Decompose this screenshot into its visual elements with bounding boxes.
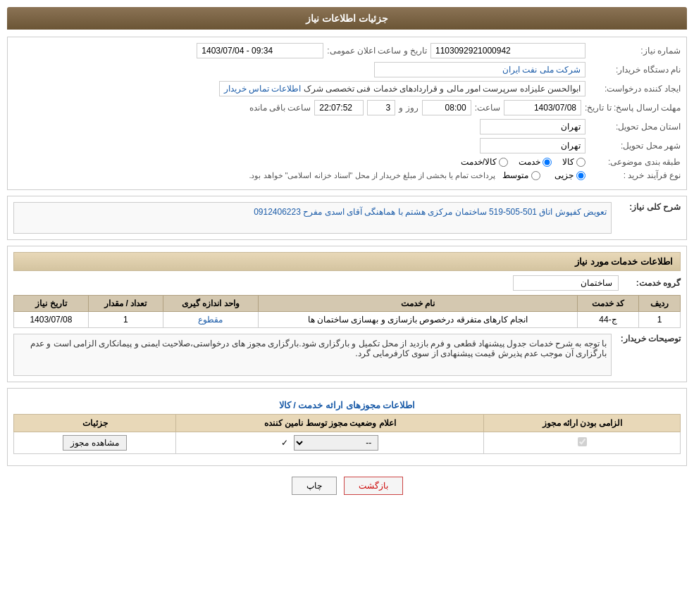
needs-section: شرح کلی نیاز: تعویض کفپوش اتاق 501-505-5… [7, 196, 687, 240]
hours-remaining-label: ساعت باقی مانده [249, 103, 311, 113]
permit-status-select[interactable]: -- [294, 435, 378, 451]
service-table: ردیف کد خدمت نام خدمت واحد اندازه گیری ت… [13, 295, 681, 328]
province-label: استان محل تحویل: [589, 122, 681, 132]
process-options-row: جزیی متوسط پرداخت تمام یا بخشی از مبلغ خ… [249, 170, 585, 180]
time-value: 08:00 [422, 100, 471, 115]
category-goods-label: کالا [562, 157, 574, 167]
process-partial-label: جزیی [554, 170, 574, 180]
needs-description: تعویض کفپوش اتاق 501-505-519 ساختمان مرک… [13, 202, 612, 234]
cell-service-name: انجام کارهای متفرقه درخصوص بازسازی و بهس… [259, 312, 578, 328]
category-goods-service-radio[interactable] [499, 158, 508, 167]
col-date: تاریخ نیاز [14, 296, 89, 312]
page-title: جزئیات اطلاعات نیاز [306, 13, 388, 24]
days-value: 3 [367, 100, 395, 115]
requester-text: ابوالحسن علیزاده سرپرست امور مالی و قرار… [304, 84, 581, 94]
permit-required-checkbox [578, 437, 587, 446]
group-row: گروه خدمت: ساختمان [13, 275, 681, 291]
cell-date: 1403/07/08 [14, 312, 89, 328]
requester-value: ابوالحسن علیزاده سرپرست امور مالی و قرار… [219, 81, 585, 96]
footer-buttons: بازگشت چاپ [7, 477, 687, 495]
col-quantity: تعداد / مقدار [88, 296, 163, 312]
col-service-code: کد خدمت [577, 296, 638, 312]
need-number-label: شماره نیاز: [589, 46, 681, 56]
permit-required-cell [484, 432, 681, 454]
print-button[interactable]: چاپ [292, 477, 337, 495]
buyer-notes-label: توصیحات خریدار: [617, 334, 681, 344]
permit-col-required: الزامی بودن ارائه مجوز [484, 415, 681, 432]
permit-status-cell[interactable]: -- ✓ [176, 432, 484, 454]
time-label: ساعت: [475, 103, 500, 113]
cell-unit: مقطوع [163, 312, 259, 328]
service-section-title: اطلاعات خدمات مورد نیاز [13, 252, 681, 271]
permit-details-cell[interactable]: مشاهده مجوز [14, 432, 176, 454]
page-header: جزئیات اطلاعات نیاز [7, 7, 687, 30]
col-unit: واحد اندازه گیری [163, 296, 259, 312]
hours-remaining-value: 22:07:52 [314, 100, 364, 115]
reply-date-value: 1403/07/08 [504, 100, 581, 115]
permit-row: -- ✓ مشاهده مجوز [14, 432, 681, 454]
process-medium-label: متوسط [502, 170, 528, 180]
requester-label: ایجاد کننده درخواست: [589, 84, 681, 94]
process-partial-radio[interactable] [576, 171, 585, 180]
category-goods-service-label: کالا/خدمت [461, 157, 497, 167]
requester-contact-link[interactable]: اطلاعات تماس خریدار [224, 84, 302, 94]
process-note: پرداخت تمام یا بخشی از مبلغ خریدار از مح… [249, 171, 495, 180]
permit-table: الزامی بودن ارائه مجوز اعلام وضعیت مجوز … [13, 414, 681, 454]
buyer-notes-row: توصیحات خریدار: با توجه به شرح خدمات جدو… [13, 334, 681, 376]
city-label: شهر محل تحویل: [589, 141, 681, 151]
category-goods-option[interactable]: کالا [562, 157, 585, 167]
public-announce-value: 1403/07/04 - 09:34 [197, 43, 323, 58]
process-medium-radio[interactable] [531, 171, 540, 180]
group-label: گروه خدمت: [624, 278, 681, 288]
category-radio-group: کالا/خدمت خدمت کالا [461, 157, 585, 167]
buyer-notes-text: با توجه به شرح خدمات جدول پیشنهاد قطعی و… [13, 334, 612, 376]
table-row: 1 ج-44 انجام کارهای متفرقه درخصوص بازساز… [14, 312, 681, 328]
view-permit-button[interactable]: مشاهده مجوز [63, 435, 126, 451]
category-label: طبقه بندی موضوعی: [589, 157, 681, 167]
service-info-section: اطلاعات خدمات مورد نیاز گروه خدمت: ساختم… [7, 246, 687, 382]
col-row-num: ردیف [638, 296, 680, 312]
need-number-value: 1103092921000942 [430, 43, 585, 58]
permit-section-title: اطلاعات مجوزهای ارائه خدمت / کالا [13, 400, 681, 410]
cell-row-num: 1 [638, 312, 680, 328]
category-goods-radio[interactable] [576, 158, 585, 167]
needs-title: شرح کلی نیاز: [617, 202, 681, 212]
days-label: روز و [399, 103, 418, 113]
category-service-radio[interactable] [543, 158, 552, 167]
public-announce-label: تاریخ و ساعت اعلان عمومی: [327, 46, 427, 56]
buyer-org-value: شرکت ملی نفت ایران [374, 62, 585, 77]
buyer-org-label: نام دستگاه خریدار: [589, 65, 681, 75]
process-partial-option[interactable]: جزیی [554, 170, 585, 180]
back-button[interactable]: بازگشت [344, 477, 403, 495]
permit-col-details: جزئیات [14, 415, 176, 432]
city-value: تهران [480, 138, 585, 153]
process-radio-group: جزیی متوسط [502, 170, 585, 180]
category-service-label: خدمت [519, 157, 540, 167]
category-goods-service-option[interactable]: کالا/خدمت [461, 157, 508, 167]
cell-quantity: 1 [88, 312, 163, 328]
province-value: تهران [480, 119, 585, 134]
group-value: ساختمان [513, 275, 619, 291]
reply-deadline-label: مهلت ارسال پاسخ: تا تاریخ: [585, 103, 681, 113]
cell-service-code: ج-44 [577, 312, 638, 328]
process-label: نوع فرآیند خرید : [589, 170, 681, 180]
process-medium-option[interactable]: متوسط [502, 170, 540, 180]
permit-section: اطلاعات مجوزهای ارائه خدمت / کالا الزامی… [7, 388, 687, 466]
permit-col-status: اعلام وضعیت مجوز توسط نامین کننده [176, 415, 484, 432]
category-service-option[interactable]: خدمت [519, 157, 552, 167]
col-service-name: نام خدمت [259, 296, 578, 312]
